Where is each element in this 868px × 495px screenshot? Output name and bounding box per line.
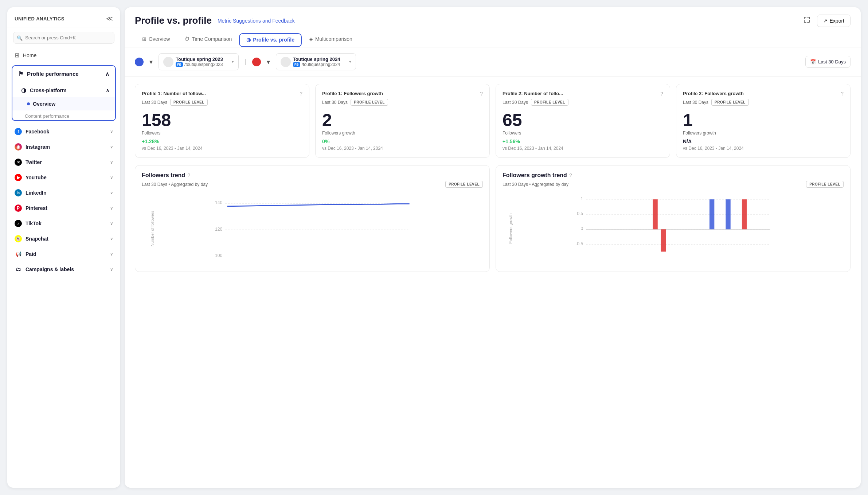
facebook-label: Facebook <box>26 129 49 135</box>
cross-platform-header[interactable]: ◑ Cross-platform ∧ <box>12 83 115 97</box>
metric-2-info-icon[interactable]: ? <box>660 91 663 97</box>
followers-growth-svg: 1 0.5 0 -0.5 <box>503 192 844 265</box>
sidebar: UNIFIED ANALYTICS ≪ 🔍 ⊞ Home ⚑ Profile p… <box>7 7 120 488</box>
page-title: Profile vs. profile <box>135 15 212 26</box>
sidebar-item-campaigns[interactable]: 🗂 Campaigns & labels ∨ <box>7 262 120 277</box>
tiktok-chevron: ∨ <box>110 221 113 226</box>
metric-2-value: 65 <box>503 112 663 129</box>
sidebar-item-linkedin[interactable]: in LinkedIn ∨ <box>7 185 120 200</box>
profile1-dropdown-arrow: ▾ <box>232 59 234 64</box>
svg-rect-17 <box>709 199 714 229</box>
tiktok-label: TikTok <box>26 221 42 226</box>
sidebar-item-tiktok[interactable]: ♪ TikTok ∨ <box>7 216 120 231</box>
pinterest-chevron: ∨ <box>110 206 113 211</box>
sidebar-nav: ⊞ Home ⚑ Profile performance ∧ ◑ Cross-p… <box>7 48 120 488</box>
metric-3-vs: vs Dec 16, 2023 - Jan 14, 2024 <box>683 146 844 151</box>
expand-button[interactable] <box>801 14 813 27</box>
metrics-grid: Profile 1: Number of follow... ? Last 30… <box>135 84 851 158</box>
profile2-avatar <box>281 57 291 67</box>
profile-performance-chevron: ∧ <box>105 71 109 77</box>
profile2-dropdown[interactable]: Toutique spring 2024 FB /toutiquespring2… <box>276 53 356 70</box>
content-performance-item[interactable]: Content performance <box>12 112 115 120</box>
profile-vs-profile-label: Profile vs. profile <box>253 37 294 43</box>
search-wrapper: 🔍 <box>13 32 114 44</box>
home-label: Home <box>23 52 36 58</box>
date-filter[interactable]: 📅 Last 30 Days <box>805 56 851 68</box>
sidebar-item-snapchat[interactable]: 👻 Snapchat ∨ <box>7 231 120 246</box>
profile2-color-picker[interactable]: ▾ <box>265 56 271 67</box>
tab-overview[interactable]: ⊞ Overview <box>135 32 177 47</box>
linkedin-icon: in <box>15 189 22 196</box>
sidebar-collapse-button[interactable]: ≪ <box>106 15 113 23</box>
metric-card-0-header: Profile 1: Number of follow... ? <box>142 91 302 97</box>
sidebar-item-youtube[interactable]: ▶ YouTube ∨ <box>7 170 120 185</box>
tab-time-comparison[interactable]: ⏱ Time Comparison <box>177 32 239 47</box>
metric-0-info-icon[interactable]: ? <box>300 91 302 97</box>
search-input[interactable] <box>13 32 114 44</box>
followers-growth-title-row: Followers growth trend ? <box>503 172 844 179</box>
metric-2-vs: vs Dec 16, 2023 - Jan 14, 2024 <box>503 146 663 151</box>
metric-1-title: Profile 1: Followers growth <box>322 91 383 96</box>
profile1-dropdown[interactable]: Toutique spring 2023 FB /toutiquespring2… <box>159 53 239 70</box>
followers-growth-info-icon[interactable]: ? <box>569 172 572 178</box>
expand-icon <box>803 16 810 23</box>
overview-dot <box>27 102 30 105</box>
profile2-name: Toutique spring 2024 <box>293 56 347 62</box>
paid-icon: 📢 <box>15 250 22 258</box>
overview-label: Overview <box>33 101 55 107</box>
followers-trend-body: 140 120 100 <box>142 192 483 265</box>
metric-2-change: +1.56% <box>503 139 663 144</box>
vs-separator: | <box>245 58 246 66</box>
profile2-sub: FB /toutiquespring2024 <box>293 62 347 67</box>
followers-trend-subtitle: Last 30 Days • Aggregated by day <box>142 182 208 187</box>
metric-0-change: +1.28% <box>142 139 302 144</box>
facebook-chevron: ∨ <box>110 129 113 134</box>
sidebar-item-pinterest[interactable]: P Pinterest ∨ <box>7 200 120 216</box>
metric-1-vs: vs Dec 16, 2023 - Jan 14, 2024 <box>322 146 483 151</box>
sidebar-item-paid[interactable]: 📢 Paid ∨ <box>7 246 120 262</box>
metric-1-info-icon[interactable]: ? <box>480 91 483 97</box>
time-comparison-icon: ⏱ <box>184 36 189 42</box>
metric-3-period: Last 30 Days <box>683 100 708 105</box>
youtube-chevron: ∨ <box>110 175 113 180</box>
search-icon: 🔍 <box>17 35 23 40</box>
linkedin-chevron: ∨ <box>110 191 113 195</box>
sidebar-item-instagram[interactable]: ◉ Instagram ∨ <box>7 139 120 155</box>
calendar-icon: 📅 <box>810 59 816 65</box>
sidebar-item-overview[interactable]: Overview <box>12 97 115 110</box>
profile1-color-picker[interactable]: ▾ <box>148 56 154 67</box>
followers-trend-info-icon[interactable]: ? <box>187 172 190 178</box>
profile-performance-label: Profile performance <box>27 71 79 77</box>
paid-label: Paid <box>26 251 36 257</box>
tab-profile-vs-profile[interactable]: ◑ Profile vs. profile <box>239 33 302 47</box>
export-icon: ↗ <box>823 18 828 24</box>
tab-multicomparison[interactable]: ◈ Multicomparison <box>302 32 360 47</box>
followers-trend-header: Followers trend ? Last 30 Days • Aggrega… <box>142 172 483 188</box>
sidebar-item-facebook[interactable]: f Facebook ∨ <box>7 124 120 139</box>
metric-3-info-icon[interactable]: ? <box>841 91 844 97</box>
export-button[interactable]: ↗ Export <box>817 15 851 27</box>
sidebar-item-home[interactable]: ⊞ Home <box>7 48 120 62</box>
sidebar-item-twitter[interactable]: ✕ Twitter ∨ <box>7 155 120 170</box>
metric-card-2: Profile 2: Number of follo... ? Last 30 … <box>496 84 670 158</box>
metric-suggestions-link[interactable]: Metric Suggestions and Feedback <box>218 18 295 24</box>
campaigns-icon: 🗂 <box>15 266 22 273</box>
profile-performance-section: ⚑ Profile performance ∧ ◑ Cross-platform… <box>12 65 116 121</box>
multicomparison-icon: ◈ <box>309 36 313 42</box>
cross-platform-subsection: ◑ Cross-platform ∧ Overview <box>12 82 115 112</box>
campaigns-chevron: ∨ <box>110 267 113 272</box>
date-filter-label: Last 30 Days <box>818 59 846 65</box>
metric-card-0: Profile 1: Number of follow... ? Last 30… <box>135 84 309 158</box>
svg-text:120: 120 <box>215 227 223 232</box>
header-actions: ↗ Export <box>801 14 851 27</box>
followers-trend-svg: 140 120 100 <box>142 192 483 265</box>
instagram-icon: ◉ <box>15 143 22 151</box>
home-icon: ⊞ <box>15 52 19 59</box>
main-content: Profile vs. profile Metric Suggestions a… <box>125 7 861 488</box>
twitter-chevron: ∨ <box>110 160 113 165</box>
followers-trend-card: Followers trend ? Last 30 Days • Aggrega… <box>135 165 490 272</box>
metric-0-badge: PROFILE LEVEL <box>170 99 208 106</box>
sidebar-search-container: 🔍 <box>7 27 120 48</box>
profile-performance-header[interactable]: ⚑ Profile performance ∧ <box>12 66 115 82</box>
snapchat-icon: 👻 <box>15 235 22 242</box>
